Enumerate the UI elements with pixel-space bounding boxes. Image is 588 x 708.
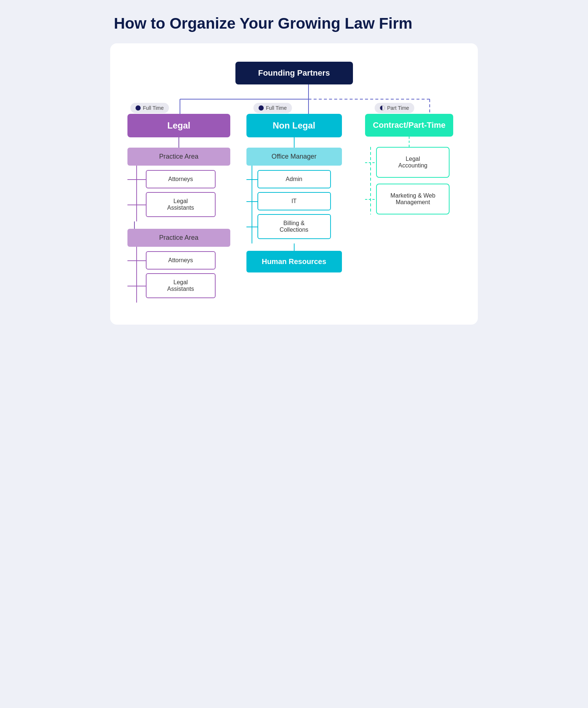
admin-wrapper: Admin [257,170,342,188]
legal-assistants-2-wrapper: LegalAssistants [146,273,230,298]
office-manager-box: Office Manager [246,148,342,166]
org-chart: Founding Partners [125,62,463,303]
legal-column: Legal Practice Area [125,114,233,303]
pa2-children: Attorneys LegalAssistants [127,247,230,303]
la1-hline [127,205,146,205]
om-children: Admin IT [246,166,342,243]
pa1-children: Attorneys LegalAssistants [127,166,230,221]
pa2-bracket-svg [127,247,146,303]
contract-items: LegalAccounting Marketing & WebManagemen… [365,147,453,214]
it-wrapper: IT [257,192,342,210]
legal-assistants-box-2: LegalAssistants [146,273,216,298]
legal-header: Legal [127,114,230,137]
attorneys-2-hline [127,260,146,261]
chart-container: Founding Partners [110,43,478,325]
contract-column: Contract/Part-Time [355,114,463,214]
legal-accounting-box: LegalAccounting [376,147,450,178]
non-legal-column: Non Legal Office Manager [240,114,348,272]
attorneys-box-1: Attorneys [146,170,216,188]
contract-v-connector [409,137,410,147]
attorneys-box-2: Attorneys [146,251,216,270]
attorneys-2-wrapper: Attorneys [146,251,230,270]
billing-box: Billing &Collections [257,214,331,239]
la2-hline [127,286,146,286]
contract-header: Contract/Part-Time [365,114,453,137]
legal-v-connector-1 [178,137,179,148]
legal-v-connector-2 [134,221,135,229]
full-time-dot-2 [259,105,264,111]
marketing-wrapper: Marketing & WebManagement [376,184,453,214]
contract-badge: Part Time [375,103,414,113]
non-legal-header: Non Legal [246,114,342,137]
attorneys-1-wrapper: Attorneys [146,170,230,188]
billing-wrapper: Billing &Collections [257,214,342,239]
practice-area-1: Practice Area [127,148,230,166]
om-items: Admin IT [246,166,342,243]
legal-assistants-1-wrapper: LegalAssistants [146,192,230,217]
nonlegal-badge: Full Time [253,103,292,113]
legal-accounting-wrapper: LegalAccounting [376,147,453,178]
hr-box: Human Resources [246,251,342,272]
it-box: IT [257,192,331,210]
legal-badge: Full Time [130,103,169,113]
full-time-dot-1 [136,105,141,111]
om-bracket-svg [246,166,257,243]
founding-partners-box: Founding Partners [235,62,353,84]
page-title: How to Organize Your Growing Law Firm [110,15,478,32]
marketing-box: Marketing & WebManagement [376,184,450,214]
three-columns: Legal Practice Area [125,114,463,303]
page-wrapper: How to Organize Your Growing Law Firm Fo… [110,15,478,325]
nonlegal-v-connector-1 [294,137,295,148]
nonlegal-v-connector-2 [294,243,295,251]
legal-assistants-box-1: LegalAssistants [146,192,216,217]
pa1-bracket-svg [127,166,146,221]
practice-area-2: Practice Area [127,229,230,247]
part-time-dot [380,105,385,111]
attorneys-1-hline [127,179,146,180]
contract-bracket-svg [365,147,376,214]
admin-box: Admin [257,170,331,188]
